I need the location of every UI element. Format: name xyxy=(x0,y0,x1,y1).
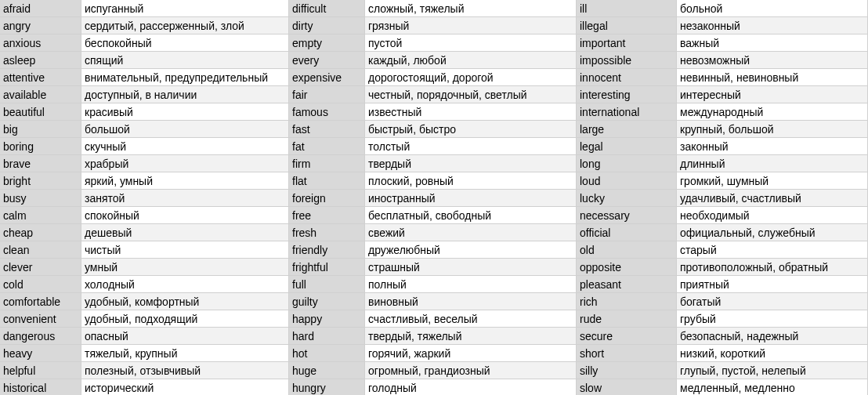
russian-translation: богатый xyxy=(677,293,868,310)
russian-translation: полезный, отзывчивый xyxy=(81,362,289,379)
english-term: busy xyxy=(0,190,81,207)
russian-translation: низкий, короткий xyxy=(677,345,868,362)
english-term: clean xyxy=(0,241,81,259)
russian-translation: каждый, любой xyxy=(365,52,577,69)
english-term: heavy xyxy=(0,345,81,362)
russian-translation: виновный xyxy=(365,293,577,310)
russian-translation: доступный, в наличии xyxy=(81,86,289,103)
russian-translation: полный xyxy=(365,276,577,293)
russian-translation: внимательный, предупредительный xyxy=(81,69,289,86)
english-term: loud xyxy=(577,172,677,190)
english-term: innocent xyxy=(577,69,677,86)
english-term: foreign xyxy=(289,190,365,207)
english-term: attentive xyxy=(0,69,81,86)
russian-translation: горячий, жаркий xyxy=(365,345,577,362)
english-term: brave xyxy=(0,155,81,172)
english-term: boring xyxy=(0,138,81,155)
english-term: free xyxy=(289,207,365,224)
english-term: fair xyxy=(289,86,365,103)
english-term: hard xyxy=(289,328,365,345)
english-term: international xyxy=(577,103,677,121)
russian-translation: удобный, комфортный xyxy=(81,293,289,310)
russian-translation: больной xyxy=(677,0,868,17)
english-term: cold xyxy=(0,276,81,293)
russian-translation: важный xyxy=(677,34,868,52)
russian-translation: тяжелый, крупный xyxy=(81,345,289,362)
russian-translation: международный xyxy=(677,103,868,121)
english-term: anxious xyxy=(0,34,81,52)
russian-translation: холодный xyxy=(81,276,289,293)
english-term: hot xyxy=(289,345,365,362)
english-term: angry xyxy=(0,17,81,34)
english-term: official xyxy=(577,224,677,241)
english-term: afraid xyxy=(0,0,81,17)
russian-translation: умный xyxy=(81,259,289,276)
russian-translation: старый xyxy=(677,241,868,259)
russian-translation: крупный, большой xyxy=(677,121,868,138)
english-term: firm xyxy=(289,155,365,172)
english-term: famous xyxy=(289,103,365,121)
russian-translation: дешевый xyxy=(81,224,289,241)
english-term: happy xyxy=(289,310,365,328)
english-term: expensive xyxy=(289,69,365,86)
russian-translation: дорогостоящий, дорогой xyxy=(365,69,577,86)
english-term: fat xyxy=(289,138,365,155)
russian-translation: удобный, подходящий xyxy=(81,310,289,328)
russian-translation: официальный, служебный xyxy=(677,224,868,241)
russian-translation: необходимый xyxy=(677,207,868,224)
russian-translation: большой xyxy=(81,121,289,138)
vocabulary-table: afraidиспуганныйdifficultсложный, тяжелы… xyxy=(0,0,868,395)
english-term: short xyxy=(577,345,677,362)
russian-translation: твердый, тяжелый xyxy=(365,328,577,345)
russian-translation: глупый, пустой, нелепый xyxy=(677,362,868,379)
english-term: friendly xyxy=(289,241,365,259)
english-term: flat xyxy=(289,172,365,190)
russian-translation: сложный, тяжелый xyxy=(365,0,577,17)
english-term: convenient xyxy=(0,310,81,328)
russian-translation: страшный xyxy=(365,259,577,276)
english-term: comfortable xyxy=(0,293,81,310)
english-term: legal xyxy=(577,138,677,155)
english-term: fast xyxy=(289,121,365,138)
russian-translation: пустой xyxy=(365,34,577,52)
english-term: bright xyxy=(0,172,81,190)
russian-translation: испуганный xyxy=(81,0,289,17)
english-term: beautiful xyxy=(0,103,81,121)
english-term: cheap xyxy=(0,224,81,241)
english-term: secure xyxy=(577,328,677,345)
english-term: important xyxy=(577,34,677,52)
english-term: hungry xyxy=(289,379,365,395)
russian-translation: счастливый, веселый xyxy=(365,310,577,328)
russian-translation: законный xyxy=(677,138,868,155)
russian-translation: яркий, умный xyxy=(81,172,289,190)
english-term: necessary xyxy=(577,207,677,224)
english-term: full xyxy=(289,276,365,293)
russian-translation: быстрый, быстро xyxy=(365,121,577,138)
english-term: frightful xyxy=(289,259,365,276)
russian-translation: приятный xyxy=(677,276,868,293)
english-term: huge xyxy=(289,362,365,379)
english-term: dangerous xyxy=(0,328,81,345)
russian-translation: спокойный xyxy=(81,207,289,224)
english-term: lucky xyxy=(577,190,677,207)
russian-translation: невозможный xyxy=(677,52,868,69)
english-term: clever xyxy=(0,259,81,276)
russian-translation: противоположный, обратный xyxy=(677,259,868,276)
english-term: fresh xyxy=(289,224,365,241)
russian-translation: безопасный, надежный xyxy=(677,328,868,345)
english-term: calm xyxy=(0,207,81,224)
english-term: impossible xyxy=(577,52,677,69)
russian-translation: длинный xyxy=(677,155,868,172)
russian-translation: сердитый, рассерженный, злой xyxy=(81,17,289,34)
russian-translation: красивый xyxy=(81,103,289,121)
english-term: long xyxy=(577,155,677,172)
russian-translation: грязный xyxy=(365,17,577,34)
russian-translation: беспокойный xyxy=(81,34,289,52)
english-term: big xyxy=(0,121,81,138)
russian-translation: голодный xyxy=(365,379,577,395)
english-term: illegal xyxy=(577,17,677,34)
russian-translation: храбрый xyxy=(81,155,289,172)
english-term: guilty xyxy=(289,293,365,310)
russian-translation: плоский, ровный xyxy=(365,172,577,190)
russian-translation: невинный, невиновный xyxy=(677,69,868,86)
